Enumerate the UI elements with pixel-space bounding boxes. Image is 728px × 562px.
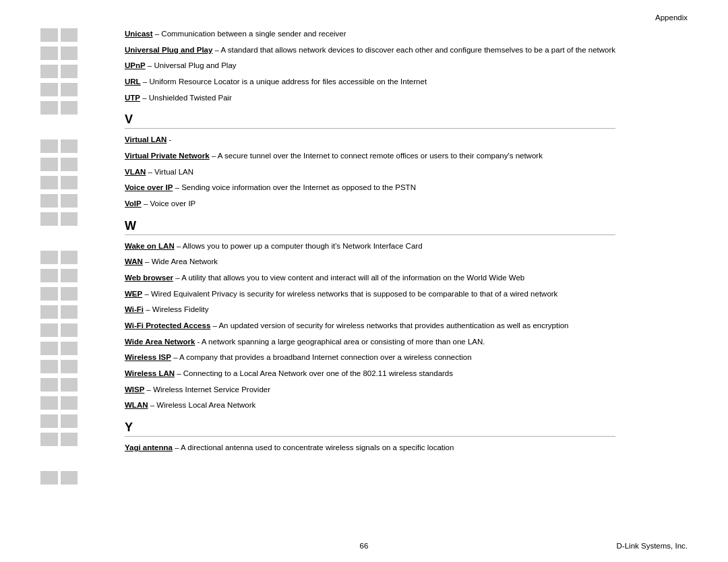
margin-sq [40, 251, 58, 264]
def-wep: – Wired Equivalent Privacy is security f… [142, 290, 557, 298]
term-wep: WEP [125, 290, 142, 298]
margin-row [40, 28, 78, 42]
margin-sq [40, 414, 58, 428]
entry-vpn: Virtual Private Network – A secure tunne… [125, 150, 615, 162]
section-v-letter: V [125, 113, 615, 127]
appendix-label: Appendix [655, 13, 688, 22]
section-y-letter: Y [125, 420, 615, 435]
def-url: – Uniform Resource Locator is a unique a… [141, 77, 427, 86]
margin-row [40, 287, 78, 301]
margin-sq [61, 251, 78, 264]
term-vlan: VLAN [125, 168, 146, 176]
term-url: URL [125, 77, 141, 86]
term-yagi: Yagi antenna [125, 443, 173, 451]
margin-sq [40, 83, 58, 96]
def-unicast: – Communication between a single sender … [153, 30, 346, 38]
margin-sq [61, 65, 78, 78]
def-wlan: – Wireless Local Area Network [148, 401, 256, 409]
def-wisp: – Wireless Internet Service Provider [144, 385, 270, 394]
entry-utp: UTP – Unshielded Twisted Pair [125, 92, 615, 104]
margin-sq [40, 139, 58, 153]
def-web-browser: – A utility that allows you to view cont… [173, 274, 524, 282]
brand-label: D-Link Systems, Inc. [472, 542, 688, 550]
margin-sq [61, 396, 78, 410]
term-voip: VoIP [125, 199, 142, 208]
entry-vlan: VLAN – Virtual LAN [125, 166, 615, 178]
section-v-entries: Virtual LAN - Virtual Private Network – … [125, 134, 615, 209]
margin-sq [40, 65, 58, 78]
entry-wifi: Wi-Fi – Wireless Fidelity [125, 304, 615, 315]
margin-sq [40, 101, 58, 115]
def-vlan: – Virtual LAN [146, 168, 193, 176]
margin-sq [61, 83, 78, 96]
margin-sq [40, 269, 58, 282]
margin-row [40, 396, 78, 410]
def-upnp: – Universal Plug and Play [146, 61, 237, 69]
entry-web-browser: Web browser – A utility that allows you … [125, 272, 615, 284]
entry-wan-full: Wide Area Network - A network spanning a… [125, 336, 615, 348]
margin-sq [40, 28, 58, 42]
def-wireless-lan: – Connecting to a Local Area Network ove… [175, 369, 453, 377]
margin-sq [61, 433, 78, 446]
term-upnp: UPnP [125, 61, 146, 69]
margin-row [40, 414, 78, 428]
main-layout: Unicast – Communication between a single… [40, 28, 688, 489]
term-wan-full: Wide Area Network [125, 338, 195, 346]
content-area: Unicast – Communication between a single… [125, 28, 615, 489]
margin-sq [61, 46, 78, 60]
section-y-entries: Yagi antenna – A directional antenna use… [125, 442, 615, 454]
section-w-entries: Wake on LAN – Allows you to power up a c… [125, 241, 615, 411]
margin-sq [61, 342, 78, 355]
term-wireless-lan: Wireless LAN [125, 369, 175, 377]
def-wifi: – Wireless Fidelity [144, 305, 209, 313]
margin-row [40, 212, 78, 226]
margin-row [40, 433, 78, 446]
margin-sq [40, 323, 58, 337]
margin-row [40, 65, 78, 78]
page-container: Appendix [0, 0, 728, 562]
entry-wan: WAN – Wide Area Network [125, 256, 615, 268]
def-upnp-full: – A standard that allows network devices… [212, 46, 615, 54]
margin-row [40, 139, 78, 153]
def-yagi: – A directional antenna used to concentr… [173, 443, 454, 451]
section-w-letter: W [125, 219, 615, 233]
term-vpn: Virtual Private Network [125, 152, 210, 160]
def-voip: – Voice over IP [142, 199, 196, 208]
margin-row [40, 194, 78, 208]
entry-voip-full: Voice over IP – Sending voice informatio… [125, 182, 615, 193]
entry-wpa: Wi-Fi Protected Access – An updated vers… [125, 320, 615, 332]
margin-sq [61, 305, 78, 319]
entry-wisp: WISP – Wireless Internet Service Provide… [125, 384, 615, 396]
page-header: Appendix [40, 13, 688, 22]
margin-sq [61, 471, 78, 485]
def-wake-on-lan: – Allows you to power up a computer thou… [175, 242, 423, 250]
section-u-entries: Unicast – Communication between a single… [125, 28, 615, 103]
margin-sq [40, 158, 58, 171]
margin-row [40, 378, 78, 392]
margin-sq [40, 305, 58, 319]
entry-upnp-full: Universal Plug and Play – A standard tha… [125, 44, 615, 56]
term-wlan: WLAN [125, 401, 148, 409]
entry-wisp-full: Wireless ISP – A company that provides a… [125, 352, 615, 363]
margin-row [40, 176, 78, 189]
term-upnp-full: Universal Plug and Play [125, 46, 212, 54]
margin-sq [61, 269, 78, 282]
term-wake-on-lan: Wake on LAN [125, 242, 175, 250]
margin-sq [40, 433, 58, 446]
margin-row [40, 101, 78, 115]
entry-voip: VoIP – Voice over IP [125, 198, 615, 210]
def-wan-full: - A network spanning a large geographica… [195, 338, 485, 346]
entry-yagi: Yagi antenna – A directional antenna use… [125, 442, 615, 454]
section-y-divider [125, 436, 615, 437]
margin-row [40, 360, 78, 373]
term-wisp: WISP [125, 385, 144, 394]
def-virtual-lan: - [166, 135, 171, 144]
term-web-browser: Web browser [125, 274, 173, 282]
margin-sq [40, 360, 58, 373]
entry-upnp: UPnP – Universal Plug and Play [125, 60, 615, 71]
term-virtual-lan: Virtual LAN [125, 135, 166, 144]
term-unicast: Unicast [125, 30, 153, 38]
section-y-header: Y [125, 420, 615, 437]
margin-row [40, 305, 78, 319]
margin-sq [61, 378, 78, 392]
